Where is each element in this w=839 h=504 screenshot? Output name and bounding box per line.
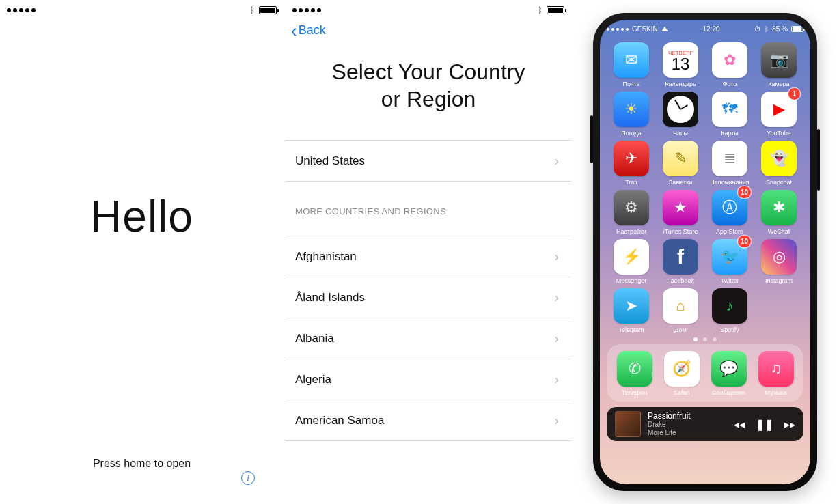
country-row-primary[interactable]: United States › bbox=[286, 140, 571, 182]
app-заметки[interactable]: ✎Заметки bbox=[659, 141, 702, 186]
country-label: United States bbox=[295, 154, 365, 168]
chevron-right-icon: › bbox=[554, 290, 559, 305]
app-календарь[interactable]: ЧЕТВЕРГ13Календарь bbox=[659, 42, 702, 87]
app-icon: 💬 bbox=[711, 351, 747, 387]
more-countries-list: Afghanistan›Åland Islands›Albania›Algeri… bbox=[286, 236, 571, 441]
app-snapchat[interactable]: 👻Snapchat bbox=[757, 141, 801, 186]
app-label: Заметки bbox=[669, 179, 692, 186]
app-карты[interactable]: 🗺Карты bbox=[708, 92, 752, 137]
app-icon: f bbox=[663, 239, 698, 275]
page-indicator[interactable] bbox=[600, 337, 810, 341]
app-часы[interactable]: Часы bbox=[659, 92, 702, 137]
app-spotify[interactable]: ♪Spotify bbox=[708, 288, 752, 333]
app-messenger[interactable]: ⚡Messenger bbox=[609, 239, 653, 284]
app-label: Spotify bbox=[720, 326, 739, 333]
phone-frame: GESKIN 12:20 ⏱ ᛒ 85 % ✉ПочтаЧЕТВЕРГ13Кал… bbox=[593, 13, 817, 491]
track-album: More Life bbox=[648, 429, 727, 437]
country-row[interactable]: Albania› bbox=[286, 318, 571, 359]
app-itunes store[interactable]: ★iTunes Store bbox=[659, 190, 702, 235]
battery-icon bbox=[259, 6, 277, 14]
app-icon: ♪ bbox=[712, 288, 747, 324]
app-instagram[interactable]: ◎Instagram bbox=[757, 239, 801, 284]
app-label: Twitter bbox=[721, 277, 739, 284]
app-label: Камера bbox=[768, 81, 789, 87]
country-row[interactable]: Åland Islands› bbox=[286, 277, 571, 318]
app-label: App Store bbox=[716, 228, 743, 235]
app-icon: ✉ bbox=[614, 42, 649, 78]
select-country-screen: ᛒ ‹ Back Select Your Country or Region U… bbox=[286, 0, 571, 504]
app-телефон[interactable]: ✆Телефон bbox=[614, 351, 655, 396]
track-artist: Drake bbox=[648, 421, 727, 429]
app-камера[interactable]: 📷Камера bbox=[757, 42, 801, 87]
app-icon: Ⓐ10 bbox=[712, 190, 747, 225]
app-label: Facebook bbox=[667, 277, 694, 284]
app-label: Телефон bbox=[622, 389, 647, 396]
track-title: Passionfruit bbox=[648, 412, 727, 421]
app-сообщения[interactable]: 💬Сообщения bbox=[708, 351, 749, 396]
app-wechat[interactable]: ✱WeChat bbox=[757, 190, 801, 235]
app-label: Safari bbox=[674, 389, 690, 396]
app-label: iTunes Store bbox=[663, 228, 698, 235]
app-фото[interactable]: ✿Фото bbox=[708, 42, 752, 87]
app-icon: ✱ bbox=[761, 190, 797, 225]
chevron-right-icon: › bbox=[554, 372, 559, 387]
app-label: Сообщения bbox=[712, 389, 745, 396]
app-label: Календарь bbox=[665, 81, 696, 87]
app-label: WeChat bbox=[768, 228, 790, 235]
app-почта[interactable]: ✉Почта bbox=[609, 42, 653, 87]
bluetooth-icon: ᛒ bbox=[765, 25, 769, 33]
app-icon: ▶1 bbox=[761, 92, 797, 127]
info-button[interactable]: i bbox=[241, 471, 255, 485]
play-pause-button[interactable]: ❚❚ bbox=[756, 418, 773, 431]
app-напоминания[interactable]: ≣Напоминания bbox=[708, 141, 752, 186]
app-icon: 🐦10 bbox=[712, 239, 747, 275]
app-icon: ➤ bbox=[614, 288, 649, 324]
app-twitter[interactable]: 🐦10Twitter bbox=[708, 239, 752, 284]
app-label: Trafi bbox=[625, 179, 637, 186]
app-label: Настройки bbox=[616, 228, 646, 235]
app-telegram[interactable]: ➤Telegram bbox=[609, 288, 653, 333]
app-погода[interactable]: ☀Погода bbox=[609, 92, 653, 137]
battery-icon bbox=[547, 6, 564, 14]
app-app store[interactable]: Ⓐ10App Store bbox=[708, 190, 752, 235]
app-label: YouTube bbox=[767, 130, 790, 137]
carrier-label: GESKIN bbox=[632, 25, 658, 33]
battery-icon bbox=[791, 26, 803, 32]
now-playing-widget[interactable]: Passionfruit Drake More Life ◂◂ ❚❚ ▸▸ bbox=[607, 407, 803, 441]
app-label: Messenger bbox=[616, 277, 647, 284]
country-label: Afghanistan bbox=[295, 250, 357, 264]
chevron-right-icon: › bbox=[554, 153, 559, 169]
country-row[interactable]: Algeria› bbox=[286, 359, 571, 400]
app-icon: ♫ bbox=[758, 351, 794, 387]
app-icon: 🧭 bbox=[664, 351, 700, 387]
app-label: Музыка bbox=[765, 389, 787, 396]
app-icon: ✈ bbox=[614, 141, 649, 176]
chevron-left-icon: ‹ bbox=[291, 25, 297, 37]
app-icon: ★ bbox=[663, 190, 698, 225]
app-label: Дом bbox=[674, 326, 686, 333]
notification-badge: 1 bbox=[788, 88, 800, 100]
app-youtube[interactable]: ▶1YouTube bbox=[757, 92, 801, 137]
app-настройки[interactable]: ⚙Настройки bbox=[609, 190, 653, 235]
prev-track-button[interactable]: ◂◂ bbox=[734, 418, 745, 431]
back-button[interactable]: ‹ Back bbox=[286, 14, 571, 38]
chevron-right-icon: › bbox=[554, 331, 559, 346]
section-header-more-countries: MORE COUNTRIES AND REGIONS bbox=[286, 182, 571, 222]
app-icon: ✎ bbox=[663, 141, 698, 176]
app-trafi[interactable]: ✈Trafi bbox=[609, 141, 653, 186]
app-safari[interactable]: 🧭Safari bbox=[661, 351, 702, 396]
app-label: Instagram bbox=[765, 277, 793, 284]
app-icon: ⌂ bbox=[663, 288, 698, 324]
next-track-button[interactable]: ▸▸ bbox=[784, 418, 795, 431]
app-музыка[interactable]: ♫Музыка bbox=[755, 351, 797, 396]
app-дом[interactable]: ⌂Дом bbox=[659, 288, 702, 333]
country-row[interactable]: American Samoa› bbox=[286, 400, 571, 441]
dock: ✆Телефон🧭Safari💬Сообщения♫Музыка bbox=[607, 344, 803, 402]
app-facebook[interactable]: fFacebook bbox=[659, 239, 702, 284]
country-row[interactable]: Afghanistan› bbox=[286, 236, 571, 277]
primary-country-list: United States › bbox=[286, 140, 571, 182]
app-icon: 🗺 bbox=[712, 92, 747, 127]
app-label: Напоминания bbox=[710, 179, 749, 186]
status-right: ᛒ bbox=[250, 5, 277, 15]
home-screen[interactable]: GESKIN 12:20 ⏱ ᛒ 85 % ✉ПочтаЧЕТВЕРГ13Кал… bbox=[600, 20, 810, 484]
